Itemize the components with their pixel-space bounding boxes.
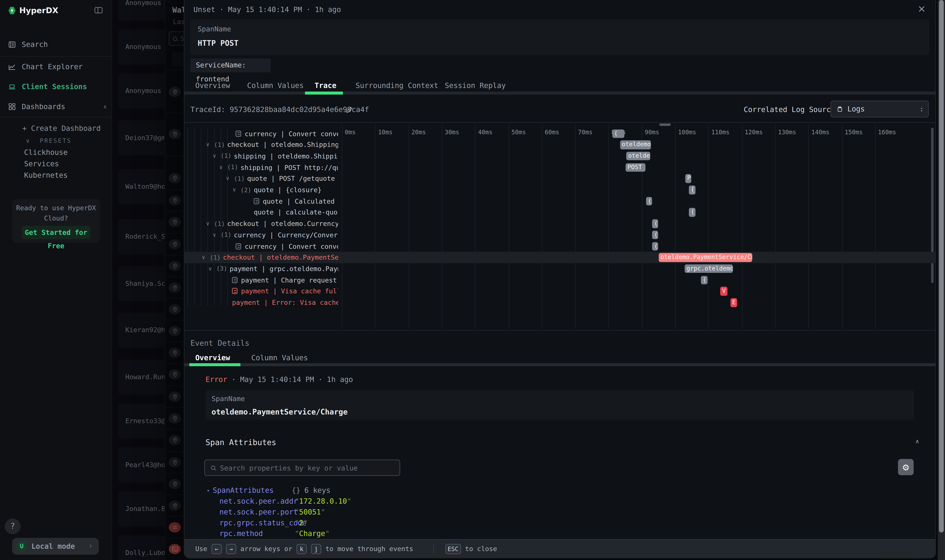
trace-span-row[interactable]: ∨(1)quote | POST /getquoteP — [184, 173, 936, 184]
session-card[interactable]: Anonymous — [118, 29, 164, 64]
trace-span-row[interactable]: payment | Error: Visa cache ful…E — [184, 297, 936, 308]
span-duration-bar[interactable]: POST h — [626, 163, 645, 172]
tab-column-values[interactable]: Column Values — [247, 82, 304, 90]
chevron-down-icon[interactable]: ∨ — [233, 187, 236, 193]
trace-span-row[interactable]: ∨(3)payment | grpc.oteldemo.Paymen…grpc.… — [184, 263, 936, 274]
location-pin-icon[interactable] — [169, 457, 181, 467]
trace-span-row[interactable]: payment | Charge request rec…( — [184, 274, 936, 286]
trace-span-row[interactable]: ∨(1)shipping | POST http://quo…POST h — [184, 162, 936, 173]
tab-session-replay[interactable]: Session Replay — [445, 82, 506, 90]
session-card[interactable]: Anonymous — [118, 74, 164, 108]
location-pin-icon[interactable] — [169, 326, 181, 336]
collapse-sidebar-icon[interactable] — [95, 7, 102, 13]
span-duration-bar[interactable]: grpc.oteldemo. — [684, 264, 733, 273]
chevron-down-icon[interactable]: ∨ — [209, 265, 212, 271]
close-icon[interactable]: × — [918, 3, 926, 15]
location-pin-icon[interactable] — [169, 217, 181, 227]
span-duration-bar[interactable]: oteldemo.PaymentService/Char — [658, 253, 752, 262]
location-pin-icon[interactable] — [169, 391, 181, 402]
sidebar-preset-kubernetes[interactable]: Kubernetes — [24, 170, 68, 181]
span-duration-bar[interactable]: oteldemo. — [620, 140, 651, 149]
tab-surrounding-context[interactable]: Surrounding Context — [356, 82, 438, 90]
location-pin-icon[interactable] — [169, 239, 181, 249]
tab-overview[interactable]: Overview — [195, 82, 230, 90]
location-pin-icon[interactable] — [169, 369, 181, 379]
session-card[interactable]: Shaniya.Sc — [118, 266, 164, 301]
account-menu[interactable]: U Local mode › — [12, 538, 99, 555]
trace-span-row[interactable]: ∨(1)shipping | oteldemo.Shipping…otelde — [184, 151, 936, 162]
span-duration-bar[interactable]: ( — [701, 275, 707, 284]
chevron-down-icon[interactable]: ∨ — [219, 164, 223, 170]
page-scrollbar[interactable] — [938, 0, 945, 560]
span-duration-bar[interactable]: ( — [612, 129, 624, 138]
span-duration-bar[interactable]: V — [720, 287, 727, 296]
chevron-down-icon[interactable]: ∨ — [213, 232, 216, 238]
service-name-badge[interactable]: ServiceName: frontend — [190, 58, 270, 72]
trace-span-row[interactable]: ∨(1)checkout | oteldemo.CurrencySe…( — [184, 218, 936, 229]
span-duration-bar[interactable]: P — [685, 174, 691, 183]
collapse-section-icon[interactable]: ∧ — [916, 438, 919, 445]
span-duration-bar[interactable]: ( — [646, 197, 652, 205]
event-tab-column-values[interactable]: Column Values — [251, 354, 308, 362]
location-pin-icon[interactable] — [169, 129, 181, 139]
chevron-down-icon[interactable]: ∨ — [206, 220, 210, 226]
sidebar-item-client-sessions[interactable]: Client Sessions — [9, 80, 107, 94]
span-duration-bar[interactable]: ( — [652, 219, 658, 228]
help-button[interactable]: ? — [5, 518, 20, 534]
session-card[interactable]: Pearl43@ho — [118, 448, 164, 483]
location-pin-icon[interactable] — [169, 413, 181, 423]
location-pin-icon[interactable] — [169, 304, 181, 314]
sidebar-item-search[interactable]: Search — [9, 37, 107, 52]
span-duration-bar[interactable]: ( — [652, 231, 658, 239]
span-duration-bar[interactable]: { — [689, 185, 695, 194]
session-card[interactable]: Roderick_S — [118, 219, 164, 254]
tree-expand-icon[interactable]: ▾ — [207, 488, 210, 493]
session-card[interactable]: Kieran92@h — [118, 312, 164, 348]
sidebar-item-dashboards[interactable]: Dashboards∧ — [9, 99, 107, 114]
trace-span-row[interactable]: ∨(1)currency | Currency/Convert( — [184, 229, 936, 241]
sidebar-preset-services[interactable]: Services — [24, 158, 59, 169]
trace-span-row[interactable]: currency | Convert convers…( — [184, 241, 936, 252]
session-card[interactable]: Jonathan.B — [118, 491, 164, 526]
session-card[interactable]: Walton9@ho — [118, 169, 164, 204]
chevron-down-icon[interactable]: ∨ — [226, 175, 230, 182]
attribute-key[interactable]: net.sock.peer.port — [219, 508, 298, 516]
session-card[interactable]: Deion37@gm — [118, 120, 164, 155]
session-card[interactable]: Ernesto33@ — [118, 404, 164, 438]
sidebar-preset-clickhouse[interactable]: Clickhouse — [24, 147, 68, 158]
trace-span-row[interactable]: quote | Calculated q…( — [184, 195, 936, 207]
attributes-search-input[interactable]: Search properties by key or value — [204, 460, 400, 476]
gear-icon[interactable]: ⚙ — [898, 459, 914, 475]
chevron-down-icon[interactable]: ∨ — [206, 142, 210, 148]
create-dashboard-button[interactable]: + Create Dashboard — [22, 124, 101, 132]
location-pin-icon[interactable] — [169, 195, 181, 205]
rail-tab-button[interactable]: H — [173, 52, 184, 66]
rail-search-input[interactable]: Sea — [169, 31, 184, 46]
attribute-key[interactable]: rpc.method — [219, 529, 263, 538]
location-pin-icon[interactable] — [169, 260, 181, 271]
trace-span-row[interactable]: currency | Convert convers…( — [184, 128, 936, 139]
attributes-root[interactable]: SpanAttributes — [213, 486, 274, 494]
location-pin-icon[interactable] — [169, 500, 181, 511]
location-pin-icon[interactable] — [169, 86, 181, 97]
chevron-down-icon[interactable]: ∨ — [202, 254, 205, 260]
trace-span-row[interactable]: ∨(2)quote | {closure}{ — [184, 184, 936, 195]
span-duration-bar[interactable]: E — [731, 298, 737, 307]
session-card[interactable]: Howard.Run — [118, 360, 164, 394]
trace-span-row[interactable]: ∨(1)checkout | oteldemo.PaymentServi…ote… — [184, 252, 936, 263]
tab-trace[interactable]: Trace — [314, 82, 336, 90]
terminal-icon[interactable] — [169, 543, 181, 554]
trace-span-row[interactable]: payment | Visa cache full: c…V — [184, 286, 936, 297]
session-card[interactable]: Dolly.Lubo — [118, 535, 164, 560]
log-source-select[interactable]: Logs ▴▾ — [830, 101, 929, 117]
trace-span-row[interactable]: ∨(1)checkout | oteldemo.ShippingSe…oteld… — [184, 139, 936, 151]
span-duration-bar[interactable]: otelde — [626, 152, 650, 160]
location-pin-icon[interactable] — [169, 347, 181, 357]
location-pin-icon[interactable] — [169, 282, 181, 292]
presets-group-label[interactable]: ∨ PRESETS — [26, 137, 71, 144]
attribute-key[interactable]: net.sock.peer.addr — [219, 497, 298, 505]
span-duration-bar[interactable]: ( — [652, 242, 658, 251]
location-pin-icon[interactable] — [169, 173, 181, 183]
waterfall-scroll-nub[interactable] — [660, 123, 671, 126]
swap-arrows-icon[interactable] — [169, 522, 181, 532]
